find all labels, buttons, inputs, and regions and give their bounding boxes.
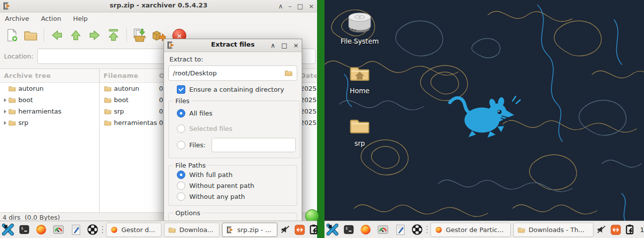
files-pattern-radio[interactable] [177, 141, 185, 149]
file-name: boot [114, 96, 128, 104]
file-date: 2025- [300, 85, 317, 92]
selected-files-radio[interactable] [177, 124, 185, 133]
back-button[interactable] [49, 27, 65, 43]
top-button[interactable] [106, 27, 121, 43]
expander-icon[interactable] [4, 98, 6, 102]
extract-to-label: Extract to: [169, 56, 297, 63]
menu-archive[interactable]: Archive [5, 15, 29, 22]
task-label: Gestor de Partic... [446, 226, 504, 234]
filename-column-header[interactable]: Filename [100, 72, 159, 79]
without-any-path-radio[interactable] [177, 192, 185, 201]
dialog-shade-button[interactable]: ∧ [270, 42, 275, 49]
network-tray-icon[interactable] [294, 224, 305, 235]
toolbar-separator [44, 28, 44, 42]
task-button-downloads[interactable]: Downloads - Th... [513, 223, 593, 237]
with-full-path-radio[interactable] [177, 171, 185, 179]
xfce-menu-icon[interactable] [326, 223, 339, 236]
desktop-icon-home[interactable]: Home [337, 62, 382, 95]
files-group-legend: Files [173, 97, 192, 105]
add-files-button[interactable] [132, 27, 148, 43]
expander-icon[interactable] [4, 110, 6, 114]
panel-handle[interactable] [426, 224, 429, 235]
terminal-icon[interactable] [18, 223, 31, 236]
control-wheel-icon[interactable] [411, 223, 424, 236]
maximize-button[interactable]: □ [297, 2, 303, 10]
control-wheel-icon[interactable] [86, 223, 99, 236]
dialog-titlebar[interactable]: Extract files ∧ □ × [164, 39, 302, 52]
expander-icon[interactable] [4, 121, 6, 125]
muted-speaker-icon[interactable] [280, 224, 291, 235]
all-files-radio[interactable] [177, 109, 185, 118]
file-name: autorun [114, 85, 139, 92]
task-button-srp-zip[interactable]: srp.zip - ... [222, 223, 277, 237]
disk-utility-icon[interactable] [52, 223, 65, 236]
file-date: 2025- [300, 119, 317, 126]
extract-path-value: /root/Desktop [173, 69, 216, 77]
desktop-icon-file-system[interactable]: File System [337, 11, 382, 45]
file-paths-legend: File Paths [173, 162, 208, 169]
desktop-icon-label: File System [340, 37, 378, 45]
text-editor-icon[interactable] [69, 223, 82, 236]
open-archive-button[interactable] [23, 27, 39, 43]
network-tray-icon[interactable] [610, 224, 621, 235]
extract-path-input[interactable]: /root/Desktop [168, 65, 297, 81]
folder-icon [8, 108, 16, 115]
disk-utility-icon[interactable] [376, 223, 389, 236]
folder-icon [348, 115, 372, 136]
muted-speaker-icon[interactable] [596, 224, 607, 235]
panel-handle[interactable] [101, 224, 104, 235]
up-button[interactable] [68, 27, 84, 43]
without-any-path-label: Without any path [189, 193, 245, 200]
close-button[interactable]: × [309, 2, 314, 10]
new-archive-button[interactable] [4, 27, 20, 43]
archive-tree-header[interactable]: Archive tree [0, 69, 99, 83]
clock[interactable]: 13:01:59 [640, 226, 644, 234]
tree-item-label: srp [18, 119, 28, 126]
drive-icon [345, 11, 374, 34]
home-folder-icon [348, 62, 372, 83]
tree-row[interactable]: autorun [0, 83, 99, 94]
xarchiver-titlebar[interactable]: srp.zip - xarchiver 0.5.4.23 ∧ – □ × [0, 0, 317, 12]
without-parent-path-radio[interactable] [177, 181, 185, 190]
xfce-menu-icon[interactable] [1, 223, 14, 236]
forward-button[interactable] [87, 27, 103, 43]
clipboard-tray-icon[interactable] [309, 224, 320, 235]
file-name: herramientas [114, 119, 157, 126]
location-label: Location: [4, 53, 33, 60]
tree-row[interactable]: herramientas [0, 106, 99, 117]
with-full-path-label: With full path [189, 171, 232, 178]
menu-help[interactable]: Help [73, 15, 88, 22]
without-parent-path-label: Without parent path [189, 182, 254, 189]
xarchiver-icon [226, 226, 234, 234]
folder-icon [104, 85, 112, 92]
tree-row[interactable]: srp [0, 117, 99, 128]
firefox-icon [434, 226, 443, 234]
files-pattern-input[interactable] [212, 138, 296, 152]
minimize-button[interactable]: – [288, 2, 292, 10]
task-button-gestor-particiones[interactable]: Gestor de Partic... [430, 223, 511, 237]
firefox-icon[interactable] [35, 223, 48, 236]
task-button-downloads[interactable]: Downloa... [164, 223, 219, 237]
firefox-icon[interactable] [359, 223, 372, 236]
dialog-maximize-button[interactable]: □ [281, 42, 287, 49]
shade-button[interactable]: ∧ [278, 2, 283, 10]
menu-action[interactable]: Action [41, 15, 61, 22]
taskbar-right: Gestor de Partic... Downloads - Th... 13… [324, 221, 644, 238]
selected-files-label: Selected files [189, 125, 232, 132]
dialog-close-button[interactable]: × [293, 42, 299, 49]
dual-monitor-desktop: srp.zip - xarchiver 0.5.4.23 ∧ – □ × Arc… [0, 0, 644, 238]
file-date: 2025- [300, 108, 317, 115]
clipboard-tray-icon[interactable] [625, 224, 636, 235]
desktop-icon-srp[interactable]: srp [337, 115, 382, 147]
files-group: Files All files Selected files Files: [168, 97, 300, 158]
tree-row[interactable]: boot [0, 94, 99, 106]
ensure-directory-checkbox[interactable] [177, 85, 185, 94]
taskbar-left: Gestor d... Downloa... srp.zip - ... 13:… [0, 221, 317, 238]
text-editor-icon[interactable] [394, 223, 407, 236]
task-label: Gestor d... [121, 226, 155, 234]
archive-tree-pane: Archive tree autorun boot herra [0, 69, 100, 212]
terminal-icon[interactable] [342, 223, 355, 236]
date-column-header[interactable]: Date [300, 72, 317, 79]
task-button-gestor[interactable]: Gestor d... [106, 223, 161, 237]
browse-folder-button[interactable] [284, 69, 293, 77]
